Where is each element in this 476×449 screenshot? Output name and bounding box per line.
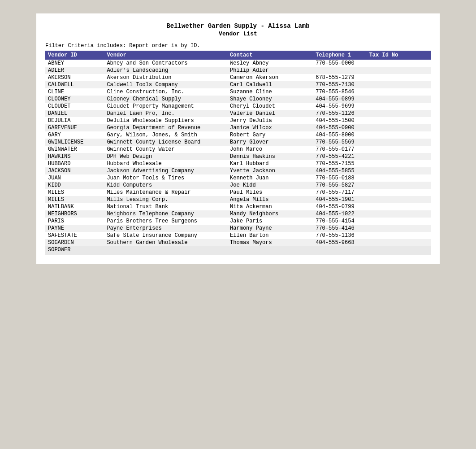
cell-tax [367, 60, 431, 67]
cell-contact: Robert Gary [227, 131, 313, 139]
report-window: Bellwether Garden Supply - Alissa Lamb V… [36, 13, 440, 264]
cell-vendor [104, 246, 227, 253]
table-header-row: Vendor ID Vendor Contact Telephone 1 Tax… [45, 51, 431, 60]
table-row: PARISParis Brothers Tree SurgeonsJake Pa… [45, 218, 431, 225]
table-row: MILLSMills Leasing Corp.Angela Mills404-… [45, 196, 431, 203]
table-row: AKERSONAkerson DistributionCameron Akers… [45, 74, 431, 81]
cell-id: CLOUDET [45, 103, 104, 110]
cell-phone: 770-555-5827 [313, 182, 366, 189]
cell-tax [367, 160, 431, 167]
table-row: JUANJuan Motor Tools & TiresKenneth Juan… [45, 174, 431, 182]
cell-phone: 404-555-1901 [313, 196, 366, 203]
cell-id: HUBBARD [45, 160, 104, 167]
cell-vendor: DPH Web Design [104, 153, 227, 160]
cell-vendor: Miles Maintenance & Repair [104, 189, 227, 196]
cell-id: JUAN [45, 174, 104, 182]
cell-contact: Cheryl Cloudet [227, 103, 313, 110]
cell-tax [367, 203, 431, 210]
cell-contact: Thomas Mayors [227, 239, 313, 246]
cell-id: GWINLICENSE [45, 139, 104, 146]
cell-phone [313, 67, 366, 74]
cell-phone: 770-555-1136 [313, 232, 366, 239]
cell-id: MILLS [45, 196, 104, 203]
cell-contact: Karl Hubbard [227, 160, 313, 167]
cell-id: ABNEY [45, 60, 104, 67]
cell-id: ADLER [45, 67, 104, 74]
filter-criteria: Filter Criteria includes: Report order i… [45, 43, 431, 49]
table-row: GAREVENUEGeorgia Department of RevenueJa… [45, 124, 431, 131]
cell-phone: 404-555-0900 [313, 124, 366, 131]
cell-phone: 770-555-8546 [313, 88, 366, 96]
cell-tax [367, 189, 431, 196]
cell-tax [367, 67, 431, 74]
cell-vendor: Juan Motor Tools & Tires [104, 174, 227, 182]
cell-id: PAYNE [45, 225, 104, 232]
cell-id: DANIEL [45, 110, 104, 117]
table-row: CALDWELLCaldwell Tools CompanyCarl Caldw… [45, 81, 431, 88]
cell-tax [367, 139, 431, 146]
cell-contact: Harmony Payne [227, 225, 313, 232]
table-row: ADLERAdler's LandscaoingPhilip Adler [45, 67, 431, 74]
cell-tax [367, 182, 431, 189]
table-row: NATLBANKNational Trust BankNita Ackerman… [45, 203, 431, 210]
cell-phone: 404-555-0799 [313, 203, 366, 210]
cell-tax [367, 218, 431, 225]
col-header-contact: Contact [227, 51, 313, 60]
table-row: CLOUDETCloudet Property ManagementCheryl… [45, 103, 431, 110]
cell-vendor: Abney and Son Contractors [104, 60, 227, 67]
cell-vendor: Gwinnett County License Board [104, 139, 227, 146]
cell-id: GAREVENUE [45, 124, 104, 131]
cell-vendor: Clooney Chemical Supply [104, 96, 227, 103]
col-header-phone: Telephone 1 [313, 51, 366, 60]
cell-contact: Yvette Jackson [227, 167, 313, 174]
cell-contact: Joe Kidd [227, 182, 313, 189]
table-row: HUBBARDHubbard WholesaleKarl Hubbard770-… [45, 160, 431, 167]
cell-contact: Jerry DeJulia [227, 117, 313, 124]
table-row: SOPOWER [45, 246, 431, 253]
cell-contact: John Marco [227, 146, 313, 153]
cell-vendor: Cloudet Property Management [104, 103, 227, 110]
cell-tax [367, 88, 431, 96]
cell-id: SAFESTATE [45, 232, 104, 239]
cell-tax [367, 246, 431, 253]
cell-tax [367, 239, 431, 246]
cell-contact: Suzanne Cline [227, 88, 313, 96]
table-row: SOGARDENSouthern Garden WholesaleThomas … [45, 239, 431, 246]
table-row: ABNEYAbney and Son ContractorsWesley Abn… [45, 60, 431, 67]
cell-phone: 404-555-5855 [313, 167, 366, 174]
cell-vendor: Mills Leasing Corp. [104, 196, 227, 203]
cell-vendor [104, 254, 227, 255]
table-row: KIDDKidd ComputersJoe Kidd770-555-5827 [45, 182, 431, 189]
cell-tax [367, 167, 431, 174]
cell-contact: Paul Miles [227, 189, 313, 196]
cell-tax [367, 153, 431, 160]
cell-tax [367, 96, 431, 103]
cell-tax [367, 110, 431, 117]
table-row: GWINWATERGwinnett County WaterJohn Marco… [45, 146, 431, 153]
cell-id: GARY [45, 131, 104, 139]
cell-id: AKERSON [45, 74, 104, 81]
table-row: GARYGary, Wilson, Jones, & SmithRobert G… [45, 131, 431, 139]
table-row: MILESMiles Maintenance & RepairPaul Mile… [45, 189, 431, 196]
cell-contact: Shaye Clooney [227, 96, 313, 103]
cell-tax [367, 103, 431, 110]
table-row: CLINECline Construction, Inc.Suzanne Cli… [45, 88, 431, 96]
cell-tax [367, 131, 431, 139]
col-header-tax: Tax Id No [367, 51, 431, 60]
table-row: HAWKINSDPH Web DesignDennis Hawkins770-5… [45, 153, 431, 160]
cell-contact: Valerie Daniel [227, 110, 313, 117]
cell-contact: Ellen Barton [227, 232, 313, 239]
cell-vendor: Hubbard Wholesale [104, 160, 227, 167]
cell-contact: Carl Caldwell [227, 81, 313, 88]
cell-contact [227, 246, 313, 253]
cell-vendor: Daniel Lawn Pro, Inc. [104, 110, 227, 117]
cell-id: CLINE [45, 88, 104, 96]
cell-phone: 770-555-7117 [313, 189, 366, 196]
cell-phone: 404-555-9668 [313, 239, 366, 246]
cell-vendor: Safe State Insurance Company [104, 232, 227, 239]
cell-vendor: Cline Construction, Inc. [104, 88, 227, 96]
cell-phone: 404-555-0899 [313, 96, 366, 103]
cell-id: SOPOWER [45, 246, 104, 253]
cell-contact: Barry Glover [227, 139, 313, 146]
table-row: DANIELDaniel Lawn Pro, Inc.Valerie Danie… [45, 110, 431, 117]
